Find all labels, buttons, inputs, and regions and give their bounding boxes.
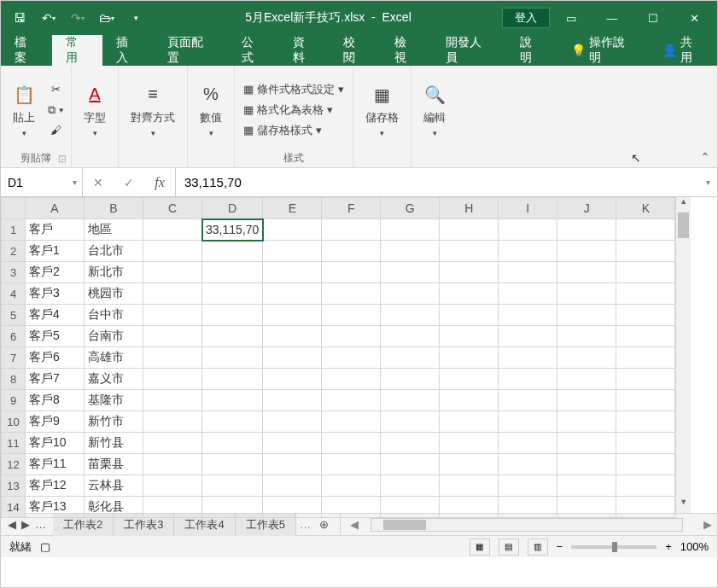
cell-I5[interactable] (499, 305, 557, 326)
scroll-thumb[interactable] (678, 212, 689, 238)
tab-review[interactable]: 校閱 (330, 35, 381, 66)
cell-I13[interactable] (499, 475, 557, 497)
cell-H8[interactable] (440, 369, 499, 390)
cell-C8[interactable] (143, 369, 202, 390)
cell-H10[interactable] (440, 411, 499, 433)
number-button[interactable]: % 數值 ▾ (193, 81, 229, 139)
cell-H7[interactable] (440, 347, 499, 369)
cell-E13[interactable] (263, 475, 322, 497)
cell-B1[interactable]: 地區 (85, 219, 143, 241)
column-header-C[interactable]: C (143, 198, 202, 219)
cell-H3[interactable] (440, 262, 499, 283)
cell-F10[interactable] (322, 411, 381, 433)
row-header-13[interactable]: 13 (2, 475, 26, 497)
format-as-table-button[interactable]: ▦格式化為表格 ▾ (240, 101, 347, 119)
cell-F12[interactable] (322, 454, 381, 475)
cell-J4[interactable] (557, 283, 616, 305)
cell-E8[interactable] (263, 369, 322, 390)
cell-F9[interactable] (322, 390, 381, 411)
cell-K5[interactable] (616, 305, 675, 326)
confirm-edit-button[interactable]: ✓ (114, 176, 144, 189)
column-header-A[interactable]: A (26, 198, 85, 219)
tab-page-layout[interactable]: 頁面配置 (154, 35, 228, 66)
row-header-8[interactable]: 8 (2, 369, 26, 390)
column-header-D[interactable]: D (202, 198, 263, 219)
cell-G10[interactable] (381, 411, 440, 433)
row-header-10[interactable]: 10 (2, 411, 26, 433)
cell-K4[interactable] (616, 283, 675, 305)
cell-G14[interactable] (381, 497, 440, 518)
zoom-slider[interactable] (571, 545, 657, 549)
cell-B6[interactable]: 台南市 (85, 326, 143, 347)
cell-J2[interactable] (557, 241, 616, 262)
share-button[interactable]: 👤共用 (649, 35, 717, 66)
cell-E12[interactable] (263, 454, 322, 475)
cell-K2[interactable] (616, 241, 675, 262)
hscroll-right[interactable]: ▶ (698, 518, 717, 531)
cell-G4[interactable] (381, 283, 440, 305)
font-button[interactable]: A 字型 ▾ (77, 81, 113, 139)
maximize-button[interactable]: ☐ (633, 1, 673, 35)
cell-A12[interactable]: 客戶11 (26, 454, 85, 475)
cell-J5[interactable] (557, 305, 616, 326)
dialog-launcher[interactable]: ◲ (58, 154, 66, 163)
cell-D4[interactable] (202, 283, 263, 305)
cell-H13[interactable] (440, 475, 499, 497)
cell-K6[interactable] (616, 326, 675, 347)
vertical-scrollbar[interactable]: ▲ ▼ (675, 197, 691, 513)
cell-B13[interactable]: 云林县 (85, 475, 143, 497)
zoom-in-button[interactable]: + (665, 540, 672, 553)
cell-G11[interactable] (381, 433, 440, 454)
scroll-down-icon[interactable]: ▼ (676, 498, 691, 513)
cut-button[interactable]: ✂ (45, 80, 66, 99)
cell-A7[interactable]: 客戶6 (26, 347, 85, 369)
cell-I8[interactable] (499, 369, 557, 390)
copy-button[interactable]: ⧉ ▾ (45, 101, 66, 119)
cell-D3[interactable] (202, 262, 263, 283)
name-box[interactable]: D1 (1, 168, 83, 196)
cell-G1[interactable] (381, 219, 440, 241)
cell-E11[interactable] (263, 433, 322, 454)
format-painter-button[interactable]: 🖌 (45, 121, 66, 140)
cell-J3[interactable] (557, 262, 616, 283)
cell-K7[interactable] (616, 347, 675, 369)
column-header-J[interactable]: J (557, 198, 616, 219)
cell-H4[interactable] (440, 283, 499, 305)
cell-C11[interactable] (143, 433, 202, 454)
cell-A2[interactable]: 客戶1 (26, 241, 85, 262)
row-header-11[interactable]: 11 (2, 433, 26, 454)
cell-F7[interactable] (322, 347, 381, 369)
formula-input[interactable]: 33,115,70 (176, 168, 717, 196)
cell-G3[interactable] (381, 262, 440, 283)
cell-C1[interactable] (143, 219, 202, 241)
cell-J8[interactable] (557, 369, 616, 390)
row-header-2[interactable]: 2 (2, 241, 26, 262)
cell-I4[interactable] (499, 283, 557, 305)
cell-E3[interactable] (263, 262, 322, 283)
cell-styles-button[interactable]: ▦儲存格樣式 ▾ (240, 121, 347, 140)
cell-B4[interactable]: 桃园市 (85, 283, 143, 305)
cell-K1[interactable] (616, 219, 675, 241)
cell-G12[interactable] (381, 454, 440, 475)
cell-C4[interactable] (143, 283, 202, 305)
cell-H12[interactable] (440, 454, 499, 475)
cell-H2[interactable] (440, 241, 499, 262)
cell-F14[interactable] (322, 497, 381, 518)
cell-G2[interactable] (381, 241, 440, 262)
cell-I7[interactable] (499, 347, 557, 369)
cell-J11[interactable] (557, 433, 616, 454)
ribbon-options-button[interactable]: ▭ (552, 1, 591, 35)
tab-home[interactable]: 常用 (52, 35, 103, 66)
sheet-nav-next[interactable]: ▶ (21, 518, 30, 531)
cell-A13[interactable]: 客戶12 (26, 475, 85, 497)
cell-A14[interactable]: 客戶13 (26, 497, 85, 518)
cell-F2[interactable] (322, 241, 381, 262)
cell-A10[interactable]: 客戶9 (26, 411, 85, 433)
qat-customize[interactable]: ▾ (122, 4, 149, 32)
cell-G7[interactable] (381, 347, 440, 369)
cell-I12[interactable] (499, 454, 557, 475)
cell-B5[interactable]: 台中市 (85, 305, 143, 326)
cell-I1[interactable] (499, 219, 557, 241)
cell-D6[interactable] (202, 326, 263, 347)
cell-J10[interactable] (557, 411, 616, 433)
